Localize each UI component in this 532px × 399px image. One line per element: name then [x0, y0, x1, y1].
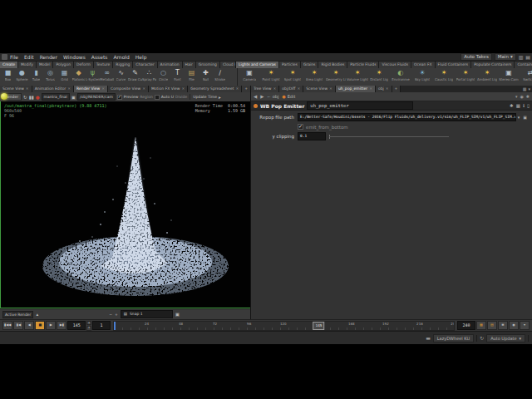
playhead[interactable]: 145 — [313, 322, 325, 330]
y-clipping-slider[interactable] — [329, 134, 529, 140]
shelf-tool[interactable]: ▣Stereo Cam — [498, 69, 520, 86]
shelf-tool[interactable]: ✚Null — [199, 69, 213, 86]
file-chooser-icon[interactable]: ▣ — [521, 115, 529, 120]
close-icon[interactable]: × — [369, 86, 372, 92]
frame-spinner[interactable]: ▴ ▾ — [86, 321, 91, 331]
message-bubble-icon[interactable]: ▬ — [426, 335, 431, 341]
shelf-tool[interactable]: ▣Camera — [239, 69, 260, 86]
shelf-tab[interactable]: Viscous Fluids — [379, 62, 411, 68]
current-frame-field[interactable]: 145 — [67, 321, 86, 330]
file-path-field[interactable]: E:/Better-Safe/Houdini/Assets - 2016/Fli… — [298, 113, 516, 121]
snapshot-camera-icon[interactable]: ▣ — [175, 312, 180, 317]
pane-tab[interactable]: Motion FX View× — [149, 86, 188, 92]
shelf-tool[interactable]: ✶Ambient Lig — [476, 69, 498, 86]
emit-from-bottom-checkbox[interactable]: ✓ — [298, 124, 303, 130]
pane-split-icon[interactable]: ▦ — [523, 86, 527, 91]
chevron-right-icon[interactable]: ▸ — [219, 95, 221, 100]
close-icon[interactable]: × — [26, 86, 29, 92]
window-controls-icon[interactable]: ▤ — [525, 54, 530, 60]
snapshot-name-field[interactable]: ▤ Snap 1 — [121, 310, 173, 318]
camera-selector[interactable]: /obj/RENDER/cam — [77, 93, 116, 101]
close-icon[interactable]: × — [181, 86, 185, 92]
gear-icon[interactable]: ✱ — [526, 94, 530, 99]
lock-icon[interactable]: ▯ — [527, 103, 530, 108]
shelf-tool[interactable]: ▮Tube — [29, 69, 43, 86]
shelf-tab[interactable]: Particles — [279, 62, 301, 68]
range-start-field[interactable]: 1 — [92, 321, 111, 330]
close-icon[interactable]: × — [329, 86, 332, 92]
y-clipping-field[interactable]: 0.1 — [298, 132, 326, 140]
shelf-tab[interactable]: Modify — [18, 62, 37, 68]
shelf-tool[interactable]: ☀Sky Light — [411, 69, 433, 86]
shelf-tool[interactable]: ●Sphere — [15, 69, 29, 86]
pane-tab[interactable]: uh_pop_emitter× — [336, 86, 376, 92]
shelf-tool[interactable]: ✶Volume Light — [347, 69, 368, 86]
shelf-tab[interactable]: Create — [0, 62, 18, 68]
shelf-tab[interactable]: Grains — [301, 62, 319, 68]
shelf-tab[interactable]: Deform — [74, 62, 94, 68]
cache-status-button[interactable]: LazyDWheel KU — [433, 334, 474, 342]
spinner-up-icon[interactable]: ▴ — [86, 321, 91, 326]
shelf-tab[interactable]: Fluid Containers — [436, 62, 472, 68]
shelf-tool[interactable]: ▤File — [185, 69, 199, 86]
playback-button[interactable]: ▶ — [46, 321, 56, 330]
divide-label[interactable]: Divide — [175, 95, 187, 99]
region-label[interactable]: Region — [140, 95, 152, 99]
shelf-tool[interactable]: ✶Caustic Lig — [433, 69, 455, 86]
grid-icon[interactable]: ▦ — [516, 103, 520, 108]
stop-render-icon[interactable]: ● — [36, 95, 40, 100]
spinner-down-icon[interactable]: ▾ — [86, 326, 91, 331]
preview-checkbox[interactable]: ✓ — [117, 95, 122, 100]
timeline-ruler[interactable]: 24487296120144168192216240145 — [113, 321, 455, 331]
pane-menu-icon[interactable]: ▾ — [528, 86, 530, 91]
shelf-tool[interactable]: ✶Distant Lig — [368, 69, 390, 86]
refresh-icon[interactable]: ↻ — [480, 335, 484, 341]
close-icon[interactable]: × — [386, 86, 389, 92]
shelf-tab[interactable]: Ocean FX — [411, 62, 436, 68]
playback-button[interactable]: ▮◀ — [13, 321, 23, 330]
info-icon[interactable]: ℹ — [523, 103, 525, 108]
shelf-tab[interactable]: Animation — [158, 62, 183, 68]
pane-tab[interactable]: + — [392, 86, 401, 92]
shelf-tool[interactable]: ψL-System — [86, 69, 100, 86]
shelf-tab[interactable]: Container Tools — [515, 62, 532, 68]
pause-icon[interactable]: ▮▮ — [29, 95, 34, 100]
shelf-tab[interactable]: Rigging — [113, 62, 133, 68]
shelf-tool[interactable]: ◎Torus — [43, 69, 57, 86]
close-icon[interactable]: × — [142, 86, 145, 92]
menu-item[interactable]: Render — [40, 54, 57, 60]
pane-tab[interactable]: Geometry Spreadsheet× — [188, 86, 242, 92]
shelf-tool[interactable]: ✶Point Light — [260, 69, 282, 86]
pane-tab[interactable]: Scene View× — [0, 86, 32, 92]
shelf-tool[interactable]: ✶Geometry Li — [325, 69, 347, 86]
playbar-option-button[interactable]: ▾ — [520, 321, 530, 330]
menu-item[interactable]: Arnold — [113, 54, 129, 60]
playback-button[interactable]: ▶▮ — [57, 321, 66, 330]
playback-button[interactable]: ▮◀◀ — [2, 321, 12, 330]
shelf-tool[interactable]: ✶Spot Light — [282, 69, 303, 86]
menu-item[interactable]: Assets — [91, 54, 108, 60]
shelf-tab[interactable]: Rigid Bodies — [318, 62, 347, 68]
menu-item[interactable]: Help — [135, 54, 147, 60]
close-icon[interactable]: × — [297, 86, 300, 92]
shelf-tab[interactable]: Hair — [183, 62, 196, 68]
shelf-tool[interactable]: ■Box — [1, 69, 15, 86]
pane-tab[interactable]: Composite View× — [108, 86, 149, 92]
close-icon[interactable]: × — [235, 86, 239, 92]
shelf-tool[interactable]: ⇄Switcher — [520, 69, 532, 86]
take-selector[interactable]: Main ▾ — [495, 53, 516, 61]
auto-update-checkbox[interactable] — [155, 95, 160, 100]
shelf-tab[interactable]: Grooming — [196, 62, 220, 68]
update-time-button[interactable]: Update Time — [193, 95, 217, 99]
shelf-tab[interactable]: Lights and Cameras — [236, 62, 279, 68]
playbar-option-button[interactable]: ▤ — [487, 321, 497, 330]
pane-tab[interactable]: Tree View× — [251, 86, 279, 92]
shelf-tab[interactable]: Particle Fluids — [347, 62, 379, 68]
rop-selector[interactable]: mantra_final — [42, 93, 70, 101]
auto-update-selector[interactable]: Auto Update ▾ — [486, 334, 525, 342]
playbar-option-button[interactable]: ≡ — [498, 321, 508, 330]
chevron-up-icon[interactable]: ▴ — [36, 312, 38, 317]
pane-tab[interactable]: Render View× — [74, 86, 108, 92]
snapshot-menu[interactable]: Active Render — [2, 311, 33, 318]
back-arrow-icon[interactable]: ◀ — [254, 94, 257, 99]
